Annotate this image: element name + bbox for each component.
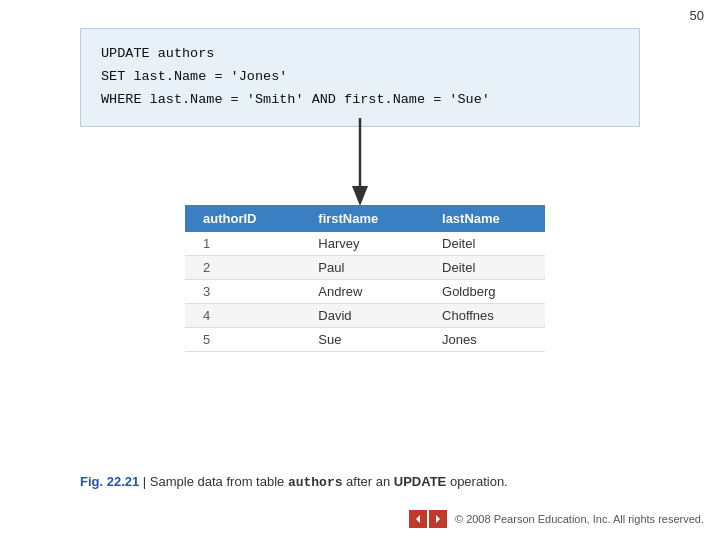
col-header-authorid: authorID	[185, 205, 300, 232]
copyright-footer: © 2008 Pearson Education, Inc. All right…	[409, 510, 704, 528]
table-cell: 3	[185, 280, 300, 304]
table-cell: 4	[185, 304, 300, 328]
table-row: 5SueJones	[185, 328, 545, 352]
table-header-row: authorID firstName lastName	[185, 205, 545, 232]
caption-table-name: authors	[288, 475, 343, 490]
figure-caption: Fig. 22.21 | Sample data from table auth…	[80, 474, 508, 490]
table-cell: Deitel	[424, 232, 545, 256]
table-cell: Choffnes	[424, 304, 545, 328]
code-block: UPDATE authors SET last.Name = 'Jones' W…	[80, 28, 640, 127]
code-line-1: UPDATE authors	[101, 43, 619, 66]
table-cell: Sue	[300, 328, 424, 352]
table-cell: Goldberg	[424, 280, 545, 304]
svg-marker-1	[352, 186, 368, 206]
caption-operation: UPDATE	[394, 474, 446, 489]
table-cell: Andrew	[300, 280, 424, 304]
table-row: 4DavidChoffnes	[185, 304, 545, 328]
svg-marker-3	[436, 515, 440, 523]
result-table-container: authorID firstName lastName 1HarveyDeite…	[185, 205, 545, 352]
table-body: 1HarveyDeitel2PaulDeitel3AndrewGoldberg4…	[185, 232, 545, 352]
table-cell: David	[300, 304, 424, 328]
fig-label: Fig. 22.21	[80, 474, 139, 489]
nav-buttons[interactable]	[409, 510, 447, 528]
col-header-lastname: lastName	[424, 205, 545, 232]
caption-text-end: operation.	[446, 474, 507, 489]
table-cell: Paul	[300, 256, 424, 280]
authors-table: authorID firstName lastName 1HarveyDeite…	[185, 205, 545, 352]
table-cell: Deitel	[424, 256, 545, 280]
copyright-text: © 2008 Pearson Education, Inc. All right…	[455, 513, 704, 525]
table-cell: 2	[185, 256, 300, 280]
code-line-3: WHERE last.Name = 'Smith' AND first.Name…	[101, 89, 619, 112]
table-cell: Jones	[424, 328, 545, 352]
next-button[interactable]	[429, 510, 447, 528]
arrow-diagram	[330, 118, 390, 208]
table-cell: 1	[185, 232, 300, 256]
code-line-2: SET last.Name = 'Jones'	[101, 66, 619, 89]
table-row: 2PaulDeitel	[185, 256, 545, 280]
table-row: 3AndrewGoldberg	[185, 280, 545, 304]
caption-separator: |	[139, 474, 150, 489]
col-header-firstname: firstName	[300, 205, 424, 232]
prev-button[interactable]	[409, 510, 427, 528]
svg-marker-2	[416, 515, 420, 523]
table-cell: Harvey	[300, 232, 424, 256]
table-row: 1HarveyDeitel	[185, 232, 545, 256]
caption-text-before: Sample data from table	[150, 474, 288, 489]
caption-text-after: after an	[343, 474, 394, 489]
page-number: 50	[690, 8, 704, 23]
table-cell: 5	[185, 328, 300, 352]
